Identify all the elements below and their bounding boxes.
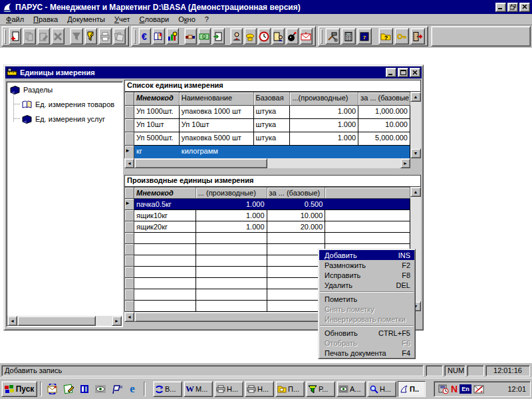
person-card-button[interactable]: [230, 28, 243, 45]
app-restore-button[interactable]: [507, 3, 518, 12]
taskbar-task-7[interactable]: А...: [336, 381, 366, 397]
parus-sail-icon: [2, 2, 13, 13]
table-row[interactable]: Уп 5000шт. упаковка 5000 шт штука 1.000 …: [125, 132, 410, 146]
table-row-selected[interactable]: ► кг килограмм: [125, 146, 410, 159]
print-batch-button[interactable]: [113, 28, 126, 45]
outlook-mail-icon[interactable]: [45, 382, 60, 396]
column-header[interactable]: Мнемокод: [134, 188, 196, 199]
table-row-selected[interactable]: ► пачка0.5кг 1.000 0.500: [125, 199, 410, 210]
edit-document-button[interactable]: [37, 28, 50, 45]
column-header[interactable]: Базовая: [254, 92, 291, 106]
partners-handshake-button[interactable]: [184, 28, 197, 45]
add-document-button[interactable]: [9, 28, 21, 45]
delete-document-button[interactable]: [51, 28, 64, 45]
column-header[interactable]: ...(производные): [290, 92, 358, 106]
menu-help[interactable]: ?: [200, 15, 213, 24]
upper-vertical-scrollbar[interactable]: ▲ ▼: [410, 92, 421, 158]
filter-button[interactable]: [70, 28, 82, 45]
personnel-document-button[interactable]: [272, 28, 285, 45]
taskbar-task-1[interactable]: В...: [153, 381, 182, 397]
exit-door-button[interactable]: [410, 28, 425, 45]
tree-item-goods-units[interactable]: Ед. измерения товаров: [21, 98, 114, 110]
taskbar-task-6[interactable]: Р...: [306, 381, 335, 397]
mail-block-icon[interactable]: [473, 385, 484, 394]
table-row-empty[interactable]: [125, 233, 410, 244]
dictionary-book-button[interactable]: [152, 28, 165, 45]
taskbar-task-4[interactable]: Н...: [245, 381, 274, 397]
scheduler-clock-icon[interactable]: [438, 384, 449, 394]
context-menu-item-duplicate[interactable]: РазмножитьF2: [319, 260, 414, 270]
phone-button[interactable]: [244, 28, 257, 45]
scroll-left-arrow[interactable]: ◄: [124, 312, 134, 322]
scroll-up-arrow[interactable]: ▲: [410, 187, 421, 197]
tree-item-services-units[interactable]: Ед. измерения услуг: [21, 113, 105, 125]
scroll-thumb[interactable]: [134, 158, 267, 168]
menu-documents[interactable]: Документы: [63, 15, 110, 24]
settings-tools-button[interactable]: [325, 28, 340, 45]
select-filter-button[interactable]: [84, 28, 97, 45]
mail-alert-button[interactable]: [300, 28, 313, 45]
context-menu-item-mark[interactable]: Пометить: [319, 294, 414, 304]
mail-flag-icon[interactable]: M: [109, 382, 124, 396]
norton-icon[interactable]: N: [451, 384, 458, 394]
viewer-eye-icon[interactable]: [93, 382, 108, 396]
context-menu-item-print-document[interactable]: Печать документаF4: [319, 348, 414, 358]
scroll-right-arrow[interactable]: ►: [112, 316, 122, 326]
help-folder-button[interactable]: ?: [378, 28, 393, 45]
column-header[interactable]: за ... (базовые): [358, 92, 410, 106]
context-menu-item-edit[interactable]: ИсправитьF8: [319, 270, 414, 280]
column-header[interactable]: за ... (базовые): [267, 188, 326, 199]
tray-clock[interactable]: 12:01: [507, 385, 526, 393]
scroll-thumb[interactable]: [17, 316, 96, 326]
calculator-button[interactable]: [341, 28, 356, 45]
taskbar-task-5[interactable]: П...: [275, 381, 305, 397]
scroll-left-arrow[interactable]: ◄: [124, 158, 134, 168]
access-key-button[interactable]: [394, 28, 409, 45]
scroll-right-arrow[interactable]: ►: [400, 158, 410, 168]
menu-accounting[interactable]: Учет: [110, 15, 135, 24]
internet-explorer-icon[interactable]: e: [125, 382, 140, 396]
table-row[interactable]: ящик20кг 1.000 20.000: [125, 221, 410, 233]
calendar-button[interactable]: 7: [357, 28, 372, 45]
bomb-button[interactable]: [286, 28, 299, 45]
table-row[interactable]: Уп 10шт Уп 10шт штука 1.000 10.000: [125, 119, 410, 132]
notepad-icon[interactable]: [61, 382, 76, 396]
column-header[interactable]: Наименование: [180, 92, 254, 106]
menu-dictionaries[interactable]: Словари: [134, 15, 174, 24]
table-row[interactable]: ящик10кг 1.000 10.000: [125, 210, 410, 221]
menu-edit[interactable]: Правка: [29, 15, 63, 24]
units-minimize-button[interactable]: [386, 68, 396, 77]
ledger-icon[interactable]: [77, 382, 92, 396]
charts-palette-button[interactable]: [166, 28, 179, 45]
upper-horizontal-scrollbar[interactable]: ◄ ►: [124, 158, 410, 168]
context-menu-item-add[interactable]: ДобавитьINS: [319, 250, 414, 260]
payments-money-button[interactable]: $: [198, 28, 211, 45]
taskbar-task-8[interactable]: Н...: [367, 381, 396, 397]
context-menu-item-delete[interactable]: УдалитьDEL: [319, 280, 414, 290]
schedule-clock-button[interactable]: [258, 28, 271, 45]
taskbar-task-2[interactable]: WМ...: [184, 381, 213, 397]
language-indicator[interactable]: En: [460, 384, 471, 394]
currency-euro-button[interactable]: €: [138, 28, 151, 45]
units-maximize-button[interactable]: [398, 68, 408, 77]
scroll-down-arrow[interactable]: ▼: [410, 148, 421, 158]
taskbar-task-9-active[interactable]: П..: [398, 381, 426, 397]
menu-file[interactable]: Файл: [1, 15, 29, 24]
app-close-button[interactable]: [519, 3, 530, 12]
context-menu-item-refresh[interactable]: ОбновитьCTRL+F5: [319, 328, 414, 338]
scroll-left-arrow[interactable]: ◄: [7, 316, 17, 326]
print-button[interactable]: [98, 28, 111, 45]
tree-item-sections[interactable]: Разделы: [9, 84, 53, 96]
app-minimize-button[interactable]: [495, 3, 506, 12]
units-close-button[interactable]: [410, 68, 420, 77]
column-header[interactable]: Мнемокод: [134, 92, 180, 106]
document-transfer-button[interactable]: [212, 28, 225, 45]
column-header[interactable]: ... (производные): [196, 188, 267, 199]
start-button[interactable]: Пуск: [1, 381, 37, 397]
menu-window[interactable]: Окно: [174, 15, 200, 24]
taskbar-task-3[interactable]: Н...: [214, 381, 243, 397]
copy-document-button[interactable]: [23, 28, 35, 45]
tree-horizontal-scrollbar[interactable]: ◄ ►: [7, 316, 122, 326]
scroll-up-arrow[interactable]: ▲: [410, 92, 421, 102]
table-row[interactable]: Уп 1000шт. упаковка 1000 шт штука 1.000 …: [125, 106, 410, 119]
